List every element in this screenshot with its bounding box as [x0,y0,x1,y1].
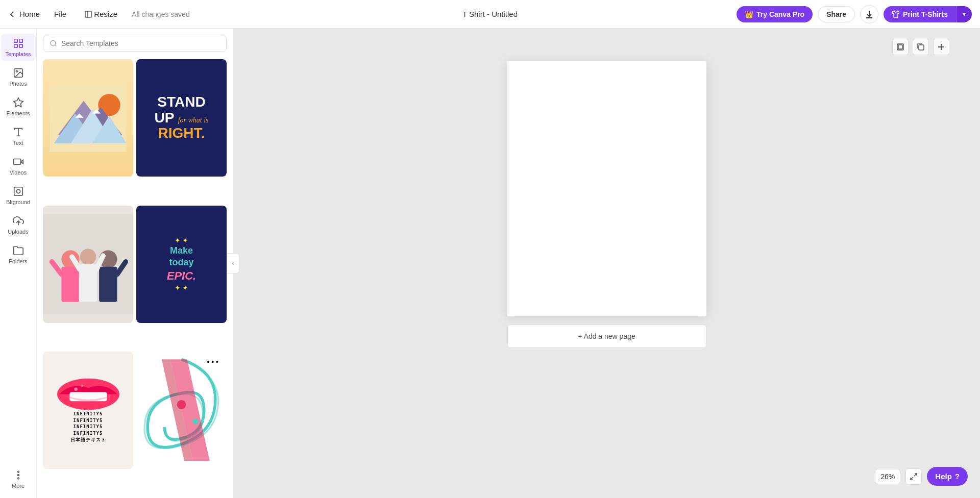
canvas-copy-button[interactable] [913,39,929,55]
uploads-icon [13,215,24,227]
expand-icon [910,473,917,480]
sidebar-item-more[interactable]: More [1,465,36,493]
home-button[interactable]: Home [8,10,40,18]
svg-rect-52 [919,45,924,50]
zoom-level[interactable]: 26% [875,469,900,484]
videos-label: Videos [10,169,27,176]
home-label: Home [19,10,40,18]
bottom-right-controls: 26% Help ? [875,467,968,486]
search-input[interactable] [61,39,220,47]
svg-rect-15 [14,187,22,196]
sidebar-item-text[interactable]: Text [1,122,36,150]
template-card-lips[interactable]: INFINITY5INFINITY5INFINITY5INFINITY5日本語テ… [43,352,133,469]
help-button[interactable]: Help ? [927,467,968,486]
sidebar-item-elements[interactable]: Elements [1,93,36,120]
svg-point-20 [17,478,19,479]
svg-rect-0 [85,11,91,17]
svg-rect-5 [19,39,22,42]
svg-point-16 [16,189,20,193]
expand-button[interactable] [905,468,922,485]
left-sidebar: Templates Photos Elements Text Videos Bk… [0,29,37,498]
template-card-swirl[interactable]: • • • [136,352,227,469]
templates-grid: STAND UP for what is RIGHT. [37,56,233,498]
sidebar-item-folders[interactable]: Folders [1,241,36,268]
templates-icon [13,38,24,49]
more-dots-icon [13,469,24,481]
templates-panel: STAND UP for what is RIGHT. [37,29,233,498]
template-card-mountain[interactable] [43,59,133,177]
share-button[interactable]: Share [818,6,855,22]
svg-point-18 [17,471,19,472]
search-bar-container [37,29,233,56]
background-label: Bkground [6,199,30,205]
print-tshirts-button[interactable]: Print T-Shirts [884,6,956,22]
template-card-friends[interactable] [43,206,133,323]
text-label: Text [13,140,23,146]
sidebar-item-uploads[interactable]: Uploads [1,211,36,239]
templates-label: Templates [5,51,31,57]
download-icon [865,10,874,19]
design-canvas[interactable] [507,61,706,316]
panel-collapse-handle[interactable]: ‹ [227,253,239,273]
elements-label: Elements [7,110,30,116]
svg-rect-4 [14,39,17,42]
add-icon [937,43,945,51]
crown-icon: 👑 [745,10,753,18]
print-button-group: Print T-Shirts ▾ [884,6,972,22]
canvas-frame-button[interactable] [892,39,909,55]
folders-icon [13,245,24,256]
text-icon [13,127,24,138]
resize-button[interactable]: Resize [81,8,121,20]
svg-rect-7 [19,44,22,47]
file-button[interactable]: File [50,8,70,20]
print-dropdown-button[interactable]: ▾ [956,6,972,22]
search-bar [43,35,227,52]
copy-icon [917,43,925,51]
background-icon [13,186,24,197]
download-button[interactable] [860,5,878,23]
template-card-epic[interactable]: ✦ ✦ Make today EPIC. ✦ ✦ [136,206,227,323]
svg-rect-51 [898,45,902,49]
canvas-add-button[interactable] [933,39,949,55]
canvas-area: + Add a new page 26% Help ? [233,29,980,498]
videos-icon [13,156,24,167]
sidebar-item-templates[interactable]: Templates [1,34,36,61]
sidebar-item-videos[interactable]: Videos [1,152,36,180]
topbar: Home File Resize All changes saved T Shi… [0,0,980,29]
document-title[interactable]: T Shirt - Untitled [462,10,518,18]
add-page-button[interactable]: + Add a new page [507,325,706,348]
try-canva-button[interactable]: 👑 Try Canva Pro [737,6,813,22]
photos-icon [13,67,24,79]
svg-marker-10 [13,98,22,107]
folders-label: Folders [9,258,28,264]
more-label: More [12,483,24,489]
changes-saved-status: All changes saved [132,10,190,18]
photos-label: Photos [9,81,27,87]
help-question-mark: ? [955,472,960,481]
resize-icon [85,11,92,18]
svg-point-19 [17,475,19,476]
svg-line-22 [55,45,56,46]
svg-point-9 [16,70,17,72]
template-card-standup[interactable]: STAND UP for what is RIGHT. [136,59,227,177]
svg-rect-6 [14,44,17,47]
sidebar-item-photos[interactable]: Photos [1,63,36,91]
svg-point-21 [51,40,56,45]
elements-icon [13,97,24,108]
frame-icon [896,43,904,51]
tshirt-icon [892,10,900,18]
canvas-toolbar [892,39,949,55]
uploads-label: Uploads [8,229,28,235]
sidebar-item-background[interactable]: Bkground [1,182,36,209]
svg-rect-13 [13,159,20,165]
chevron-left-icon [8,10,16,18]
search-icon [50,39,57,47]
